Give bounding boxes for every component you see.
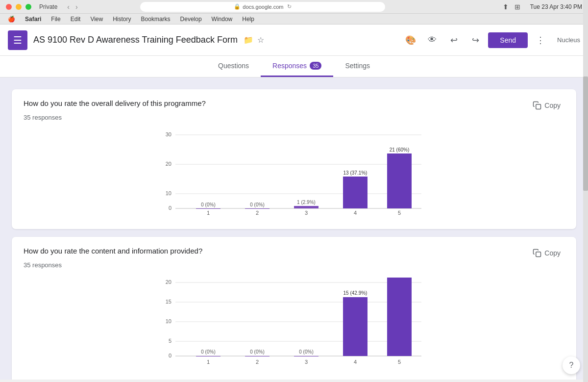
main-content: How do you rate the overall delivery of … xyxy=(0,77,588,380)
svg-text:20: 20 xyxy=(166,161,172,167)
menubar: 🍎 Safari File Edit View History Bookmark… xyxy=(0,14,588,25)
svg-rect-40 xyxy=(245,356,270,357)
preview-icon[interactable]: 👁 xyxy=(423,31,441,49)
svg-rect-46 xyxy=(343,297,368,356)
document-title: AS 9100 Rev D Awareness Training Feedbac… xyxy=(33,35,238,45)
svg-text:15: 15 xyxy=(166,299,172,305)
question-card-1: How do you rate the overall delivery of … xyxy=(12,89,576,229)
svg-text:21 (60%): 21 (60%) xyxy=(390,147,410,153)
header-actions: 🎨 👁 ↩ ↪ Send ⋮ Nucleus xyxy=(402,31,580,49)
copy-button-1[interactable]: Copy xyxy=(529,99,564,112)
back-button[interactable]: ‹ xyxy=(65,3,72,11)
svg-text:0 (0%): 0 (0%) xyxy=(201,202,215,207)
copy-icon-1 xyxy=(533,101,541,110)
svg-text:30: 30 xyxy=(166,131,172,137)
scrollbar-thumb xyxy=(583,76,588,191)
responses-badge: 35 xyxy=(310,62,321,70)
browser-nav: ‹ › xyxy=(65,3,79,11)
svg-rect-19 xyxy=(343,177,368,208)
chart-svg-1: 30 20 10 0 0 (0%) 1 xyxy=(24,129,564,217)
tab-responses[interactable]: Responses 35 xyxy=(261,56,333,77)
svg-rect-37 xyxy=(196,356,220,357)
menu-view[interactable]: View xyxy=(86,16,107,23)
svg-text:1 (2.9%): 1 (2.9%) xyxy=(297,200,316,205)
private-label: Private xyxy=(39,3,57,10)
svg-text:5: 5 xyxy=(398,210,401,216)
svg-rect-16 xyxy=(294,206,318,208)
svg-rect-13 xyxy=(245,208,270,209)
svg-text:0 (0%): 0 (0%) xyxy=(299,349,313,355)
svg-rect-22 xyxy=(387,153,412,208)
send-button[interactable]: Send xyxy=(488,32,528,48)
tab-settings[interactable]: Settings xyxy=(333,56,382,77)
svg-text:0 (0%): 0 (0%) xyxy=(250,349,264,355)
tabs-bar: Questions Responses 35 Settings xyxy=(0,56,588,77)
tab-questions[interactable]: Questions xyxy=(206,56,261,77)
share-icon[interactable]: ⬆ xyxy=(503,3,509,11)
svg-text:0 (0%): 0 (0%) xyxy=(250,202,264,207)
tab-questions-label: Questions xyxy=(218,62,249,70)
svg-text:3: 3 xyxy=(305,210,308,216)
svg-text:3: 3 xyxy=(305,359,308,365)
svg-rect-25 xyxy=(536,252,541,257)
svg-text:5: 5 xyxy=(169,338,172,344)
more-options-icon[interactable]: ⋮ xyxy=(532,31,549,49)
menu-edit[interactable]: Edit xyxy=(67,16,85,23)
nucleus-label: Nucleus xyxy=(557,36,580,44)
svg-text:4: 4 xyxy=(354,210,357,216)
svg-text:1: 1 xyxy=(207,210,210,216)
question-header-1: How do you rate the overall delivery of … xyxy=(24,99,564,112)
copy-button-2[interactable]: Copy xyxy=(529,247,564,259)
chart-2: 20 15 10 5 0 0 (0%) 1 xyxy=(24,277,564,375)
forward-button[interactable]: › xyxy=(74,3,80,11)
undo-icon[interactable]: ↩ xyxy=(445,31,463,49)
star-icon[interactable]: ☆ xyxy=(257,35,264,45)
url-bar[interactable]: 🔒 docs.google.com ↻ xyxy=(140,2,385,12)
menu-develop[interactable]: Develop xyxy=(176,16,206,23)
svg-text:10: 10 xyxy=(166,318,172,324)
app-header: ☰ AS 9100 Rev D Awareness Training Feedb… xyxy=(0,25,588,56)
svg-text:1: 1 xyxy=(207,359,210,365)
fullscreen-button[interactable] xyxy=(25,4,31,10)
menu-window[interactable]: Window xyxy=(208,16,237,23)
titlebar: Private ‹ › 🔒 docs.google.com ↻ ⬆ ⊞ Tue … xyxy=(0,0,588,14)
tab-icon[interactable]: ⊞ xyxy=(514,3,520,11)
question-title-2: How do you rate the content and informat… xyxy=(24,247,202,255)
url-text: docs.google.com xyxy=(243,4,283,10)
chart-svg-2: 20 15 10 5 0 0 (0%) 1 xyxy=(24,277,564,375)
responses-count-2: 35 responses xyxy=(24,261,564,269)
responses-count-1: 35 responses xyxy=(24,114,564,121)
lock-icon: 🔒 xyxy=(234,3,241,10)
refresh-icon[interactable]: ↻ xyxy=(287,3,292,10)
copy-icon-2 xyxy=(533,249,541,257)
question-header-2: How do you rate the content and informat… xyxy=(24,247,564,259)
svg-text:0: 0 xyxy=(169,205,172,211)
question-card-2: How do you rate the content and informat… xyxy=(12,237,576,380)
logo-icon: ☰ xyxy=(13,34,22,46)
menu-file[interactable]: File xyxy=(47,16,64,23)
svg-text:4: 4 xyxy=(354,359,357,365)
svg-text:0: 0 xyxy=(169,353,172,358)
svg-text:2: 2 xyxy=(256,359,259,365)
help-button[interactable]: ? xyxy=(563,357,580,374)
menu-history[interactable]: History xyxy=(109,16,135,23)
copy-label-1: Copy xyxy=(544,102,561,109)
svg-rect-49 xyxy=(387,278,412,356)
chart-1: 30 20 10 0 0 (0%) 1 xyxy=(24,129,564,217)
titlebar-icons: ⬆ ⊞ Tue 23 Apr 3:40 PM xyxy=(503,3,582,11)
folder-icon[interactable]: 📁 xyxy=(244,35,253,45)
redo-icon[interactable]: ↪ xyxy=(466,31,484,49)
close-button[interactable] xyxy=(6,4,12,10)
page-scrollbar[interactable] xyxy=(583,0,588,382)
svg-rect-10 xyxy=(196,208,220,209)
menu-help[interactable]: Help xyxy=(238,16,258,23)
tab-settings-label: Settings xyxy=(345,62,370,70)
svg-text:20: 20 xyxy=(166,279,172,285)
palette-icon[interactable]: 🎨 xyxy=(402,31,419,49)
minimize-button[interactable] xyxy=(16,4,22,10)
menu-safari[interactable]: Safari xyxy=(21,16,45,23)
menu-bookmarks[interactable]: Bookmarks xyxy=(137,16,174,23)
svg-rect-43 xyxy=(294,356,318,357)
menu-apple[interactable]: 🍎 xyxy=(4,16,19,23)
system-time: Tue 23 Apr 3:40 PM xyxy=(530,3,582,10)
